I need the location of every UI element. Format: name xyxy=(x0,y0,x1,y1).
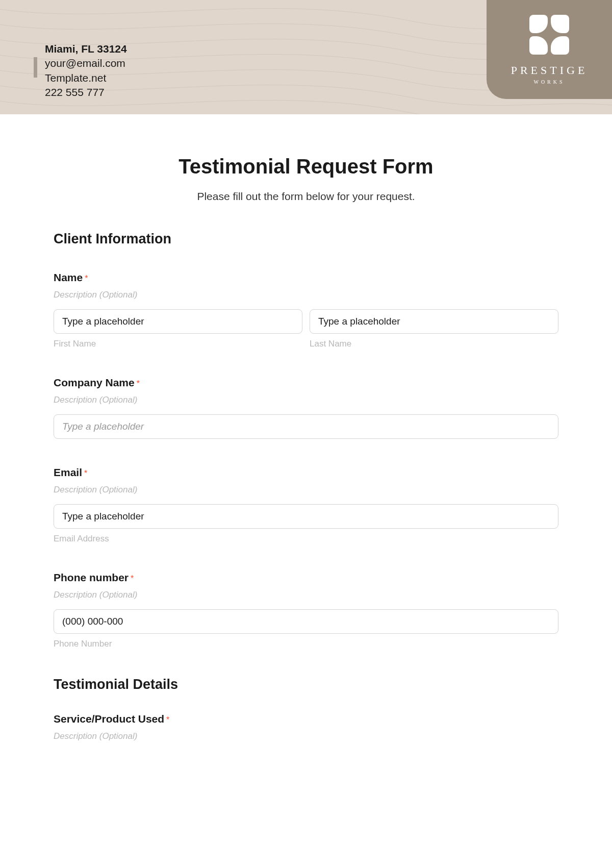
service-description: Description (Optional) xyxy=(54,731,558,741)
last-name-sublabel: Last Name xyxy=(310,339,558,349)
accent-bar xyxy=(34,57,37,78)
email-sublabel: Email Address xyxy=(54,534,558,544)
required-mark: * xyxy=(166,715,169,724)
brand-logo-icon xyxy=(529,15,569,55)
field-email: Email* Description (Optional) Email Addr… xyxy=(54,466,558,544)
contact-website: Template.net xyxy=(45,71,127,85)
brand-subname: WORKS xyxy=(533,79,565,85)
phone-label: Phone number xyxy=(54,572,129,583)
name-description: Description (Optional) xyxy=(54,290,558,300)
contact-info-block: Miami, FL 33124 your@email.com Template.… xyxy=(45,42,127,100)
phone-input[interactable] xyxy=(54,609,558,634)
section-client-heading: Client Information xyxy=(54,231,558,247)
company-input[interactable] xyxy=(54,414,558,439)
contact-email: your@email.com xyxy=(45,56,127,70)
email-label: Email xyxy=(54,466,82,478)
brand-logo-card: PRESTIGE WORKS xyxy=(487,0,612,99)
first-name-input[interactable] xyxy=(54,309,302,334)
service-label: Service/Product Used xyxy=(54,713,164,725)
form-title: Testimonial Request Form xyxy=(54,155,558,178)
company-description: Description (Optional) xyxy=(54,395,558,405)
required-mark: * xyxy=(85,274,88,283)
phone-description: Description (Optional) xyxy=(54,590,558,600)
form-container: Testimonial Request Form Please fill out… xyxy=(0,114,612,762)
field-company: Company Name* Description (Optional) xyxy=(54,377,558,439)
contact-address: Miami, FL 33124 xyxy=(45,42,127,56)
email-input[interactable] xyxy=(54,504,558,529)
required-mark: * xyxy=(84,469,87,478)
page-header: Miami, FL 33124 your@email.com Template.… xyxy=(0,0,612,114)
name-label: Name xyxy=(54,271,83,283)
brand-name: PRESTIGE xyxy=(511,64,588,77)
first-name-sublabel: First Name xyxy=(54,339,302,349)
contact-phone: 222 555 777 xyxy=(45,85,127,100)
field-phone: Phone number* Description (Optional) Pho… xyxy=(54,572,558,649)
required-mark: * xyxy=(131,574,134,583)
form-subtitle: Please fill out the form below for your … xyxy=(54,190,558,203)
last-name-input[interactable] xyxy=(310,309,558,334)
email-description: Description (Optional) xyxy=(54,485,558,495)
section-testimonial-heading: Testimonial Details xyxy=(54,677,558,692)
company-label: Company Name xyxy=(54,377,135,388)
phone-sublabel: Phone Number xyxy=(54,639,558,649)
required-mark: * xyxy=(137,379,140,388)
field-name: Name* Description (Optional) First Name … xyxy=(54,271,558,349)
field-service: Service/Product Used* Description (Optio… xyxy=(54,713,558,741)
